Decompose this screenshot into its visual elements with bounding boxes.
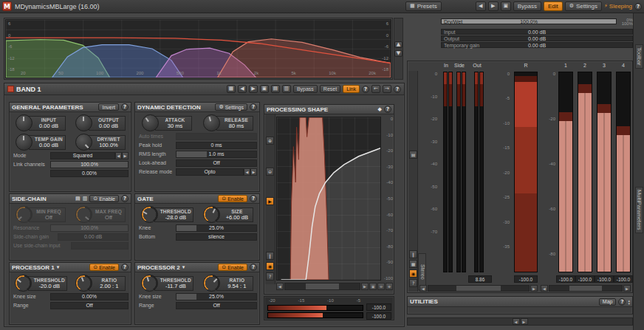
temp-gain-knob[interactable] [16,134,32,151]
look-ahead-slider[interactable]: Off [176,159,257,167]
meter-in-left[interactable] [443,72,448,272]
scroll-left-icon[interactable]: ◀ [419,285,427,292]
down-arrow-icon[interactable]: ▼ [394,50,402,57]
record-icon[interactable]: ◉ [409,269,417,278]
prev-arrow-icon[interactable]: ◀ [115,152,122,159]
undo-icon[interactable]: ← [371,85,380,93]
sidechain-listen-icon[interactable]: ▥ [83,196,88,202]
p1-threshold-knob[interactable] [15,275,32,292]
gate-enable-button[interactable]: ⊙ Enable [218,195,247,202]
bottom-scrollbar[interactable]: ◀ ▶ [407,317,633,326]
band-ab-icon[interactable]: ▣ [260,85,269,93]
band-paste-icon[interactable]: ▥ [282,85,291,93]
rms-length-slider[interactable]: 1.0 ms [176,151,257,158]
grid-icon[interactable]: ▦ [409,260,417,268]
gate-bottom-select[interactable]: silence [176,233,257,241]
p2-range-slider[interactable]: Off [176,302,257,309]
multiparameters-tab[interactable]: MultiParameters [635,187,643,233]
p2-knee-size-slider[interactable]: 25.0% [176,293,257,300]
knob-value[interactable]: 0.00 dB [95,123,123,129]
meter-band-1[interactable] [558,72,573,272]
gate-threshold-knob[interactable] [141,206,158,223]
sidechain-enable-button[interactable]: ⊙ Enable [89,195,119,202]
help-icon[interactable]: ? [362,86,369,93]
collapse-spinner[interactable]: ▴ ▾ [628,299,630,305]
gate-knee-slider[interactable]: 25.0% [176,224,257,232]
shape-graph[interactable] [276,117,381,281]
band-reset-button[interactable]: Reset [320,85,340,93]
prev-arrow-icon[interactable]: ◀ [244,168,250,176]
knob-value[interactable]: 2.00 : 1 [95,283,123,289]
up-arrow-icon[interactable]: ▲ [394,41,402,48]
help-icon[interactable]: ? [121,195,129,202]
release-mode-select[interactable]: Opto [176,168,244,176]
sidechain-gain-slider[interactable]: 0.00 dB [58,233,129,241]
knob-value[interactable]: -11.7 dB [160,283,191,289]
clipboard-icon[interactable]: ▤ [409,151,417,159]
help-icon[interactable]: ? [634,3,642,10]
band-grid-icon[interactable]: ▦ [227,85,236,93]
p1-knee-size-slider[interactable]: 0.00% [50,293,129,300]
knob-value[interactable]: 100.0% [95,142,123,148]
redo-icon[interactable]: → [383,85,391,93]
scroll-track[interactable] [428,285,530,292]
edit-points-icon[interactable]: ◆ [378,107,382,112]
meter-in-right[interactable] [448,72,453,272]
knob-value[interactable]: -20.0 dB [34,283,65,289]
dry-wet-slider[interactable]: Dry/Wet 100.0% [441,18,617,24]
knob-value[interactable]: Off [35,214,64,221]
invert-button[interactable]: Invert [98,103,119,111]
zoom-out-icon[interactable]: ⊖ [377,283,385,290]
bypass-button[interactable]: Bypass [513,1,541,11]
toolbar-tab[interactable]: Toolbar [635,44,643,69]
knob-value[interactable]: 30 ms [161,123,190,129]
output-gain-slider[interactable]: Output 0.00 dB [441,35,633,41]
knob-value[interactable]: Off [95,214,123,221]
p2-threshold-knob[interactable] [141,275,158,292]
help-icon[interactable]: ? [250,264,257,271]
use-sidechain-input-toggle[interactable] [71,242,129,250]
link-channels-slider[interactable]: 100.0% [50,161,129,168]
meter-out-right[interactable] [479,72,484,272]
knob-value[interactable]: +6.00 dB [222,214,251,221]
help-icon[interactable]: ? [384,106,391,113]
scroll-track[interactable] [549,285,623,292]
band-prev-icon[interactable]: ◀ [238,85,247,93]
help-icon[interactable]: ? [266,272,274,281]
help-icon[interactable]: ? [121,264,129,271]
zoom-out-icon[interactable]: ⊖ [266,168,274,176]
scroll-right-icon[interactable]: ▶ [530,285,538,292]
detection-settings-button[interactable]: ⚙ Settings [215,103,247,111]
meter-r[interactable] [514,72,538,272]
input-gain-slider[interactable]: Input 0.00 dB [441,29,633,35]
knob-value[interactable]: 0.00 dB [35,142,64,148]
lock-icon[interactable]: ▣ [369,283,377,290]
knob-value[interactable]: 0.00 dB [35,123,64,129]
pause-icon[interactable]: ‖ [409,250,417,258]
sidechain-options-icon[interactable]: ▤ [75,196,80,202]
scroll-right-icon[interactable]: ▶ [521,318,528,325]
band-color-chip[interactable] [7,86,14,92]
mode-select[interactable]: Squared [50,152,115,159]
record-icon[interactable]: ◉ [266,262,274,270]
pause-icon[interactable]: ‖ [266,252,274,260]
temporary-gain-slider[interactable]: Temporary gain 0.00 dB [441,42,633,48]
zoom-in-icon[interactable]: ⊕ [386,283,393,290]
scroll-left-icon[interactable]: ◀ [513,318,520,325]
chevron-down-icon[interactable]: ▾ [57,265,60,270]
knob-value[interactable]: 80 ms [222,123,251,129]
help-icon[interactable]: ? [250,103,257,111]
auto-times-toggle[interactable] [176,133,257,140]
meter-band-3[interactable] [597,72,612,272]
p1-range-slider[interactable]: Off [50,302,129,309]
processor2-enable-button[interactable]: ⊙ Enable [218,264,247,271]
next-arrow-icon[interactable]: ▶ [250,168,257,176]
play-icon[interactable]: ▶ [266,197,274,205]
knob-value[interactable]: -28.0 dB [160,214,191,221]
melda-logo-icon[interactable]: M [2,1,12,11]
meter-side-left[interactable] [456,72,461,272]
help-icon[interactable]: ? [618,298,626,306]
band-link-button[interactable]: Link [343,85,360,93]
release-knob[interactable] [203,114,220,131]
crossover-graph[interactable]: 60-6-12-18 60-6-12-18 20501002005001k2k5… [5,19,391,78]
